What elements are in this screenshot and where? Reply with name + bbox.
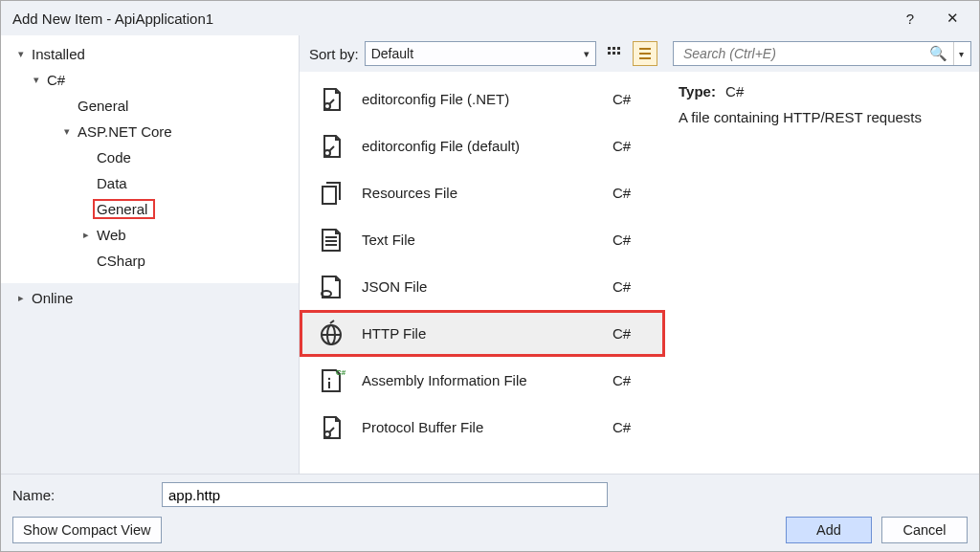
template-item-lang: C#: [612, 419, 651, 435]
add-button[interactable]: Add: [786, 517, 872, 543]
sidebar: Installed C# General ASP.NET Core Code: [1, 35, 300, 474]
template-item-name: editorconfig File (.NET): [362, 91, 612, 107]
search-dropdown[interactable]: ▾: [953, 42, 969, 65]
svg-rect-4: [612, 52, 615, 55]
template-item-lang: C#: [612, 278, 651, 295]
view-grid-button[interactable]: [602, 41, 627, 66]
template-item[interactable]: Resources FileC#: [300, 169, 665, 216]
bottom-panel: Name: Show Compact View Add Cancel: [1, 474, 979, 551]
sort-by-dropdown[interactable]: Default: [365, 41, 596, 66]
close-button[interactable]: ✕: [931, 5, 973, 32]
tree-installed[interactable]: Installed: [1, 41, 299, 67]
tree-general-aspnet[interactable]: General: [1, 196, 299, 222]
tree-csharp-sub[interactable]: CSharp: [1, 248, 299, 274]
tree-code[interactable]: Code: [1, 144, 299, 170]
template-item[interactable]: Text FileC#: [300, 216, 665, 263]
titlebar: Add New Item - ApiApplication1 ? ✕: [1, 1, 979, 35]
svg-rect-0: [608, 47, 611, 50]
sort-by-label: Sort by:: [309, 46, 359, 62]
template-item-name: JSON File: [362, 278, 612, 295]
name-label: Name:: [12, 487, 162, 503]
template-item-lang: C#: [612, 91, 651, 107]
globe-icon: [314, 317, 348, 351]
textlines-icon: [314, 223, 348, 257]
view-list-button[interactable]: [633, 41, 657, 66]
main-content: Installed C# General ASP.NET Core Code: [1, 35, 979, 474]
template-list: editorconfig File (.NET)C#editorconfig F…: [300, 72, 665, 474]
cancel-button[interactable]: Cancel: [881, 517, 968, 543]
chevron-down-icon: [60, 125, 74, 138]
details-type-value: C#: [725, 83, 744, 99]
wrench-doc-icon: [314, 129, 348, 164]
tree-general[interactable]: General: [1, 93, 299, 119]
json-icon: [314, 270, 348, 304]
tree-data[interactable]: Data: [1, 170, 299, 196]
chevron-down-icon: [14, 48, 28, 60]
tree-csharp[interactable]: C#: [1, 67, 299, 93]
svg-rect-1: [612, 47, 615, 50]
tree-web[interactable]: Web: [1, 222, 299, 248]
sort-toolbar: Sort by: Default: [300, 35, 665, 72]
name-input[interactable]: [162, 482, 608, 507]
search-box[interactable]: 🔍 ▾: [673, 41, 971, 66]
template-item-name: Assembly Information File: [362, 372, 612, 388]
template-details: Type: C# A file containing HTTP/REST req…: [665, 72, 979, 146]
svg-rect-2: [617, 47, 620, 50]
search-icon[interactable]: 🔍: [925, 45, 951, 62]
svg-rect-3: [608, 52, 611, 55]
template-item-name: editorconfig File (default): [362, 138, 612, 154]
template-item[interactable]: editorconfig File (.NET)C#: [300, 76, 665, 122]
svg-rect-5: [617, 52, 620, 55]
chevron-right-icon: [79, 229, 93, 241]
template-item-lang: C#: [612, 372, 651, 388]
docs-icon: [314, 176, 348, 210]
details-description: A file containing HTTP/REST requests: [679, 109, 966, 125]
template-item-name: HTTP File: [362, 325, 612, 342]
template-item[interactable]: Protocol Buffer FileC#: [300, 404, 665, 451]
category-tree: Installed C# General ASP.NET Core Code: [1, 35, 299, 283]
template-item-name: Protocol Buffer File: [362, 419, 612, 435]
svg-point-19: [328, 377, 330, 379]
template-item-lang: C#: [612, 185, 651, 201]
search-input[interactable]: [681, 45, 925, 62]
wrench-doc-icon: [314, 410, 348, 445]
template-item-name: Text File: [362, 232, 612, 248]
list-icon: [637, 46, 653, 61]
grid-icon: [607, 46, 622, 61]
template-item-lang: C#: [612, 232, 651, 248]
template-item-name: Resources File: [362, 185, 612, 201]
details-panel: 🔍 ▾ Type: C# A file containing HTTP/REST…: [665, 35, 979, 474]
info-cs-icon: C#: [314, 364, 348, 398]
template-item[interactable]: editorconfig File (default)C#: [300, 122, 665, 169]
template-item[interactable]: HTTP FileC#: [300, 310, 665, 357]
help-button[interactable]: ?: [889, 5, 931, 32]
dialog-window: Add New Item - ApiApplication1 ? ✕ Insta…: [0, 0, 980, 552]
template-item-lang: C#: [612, 138, 651, 154]
name-row: Name:: [12, 482, 968, 507]
template-item[interactable]: C#Assembly Information FileC#: [300, 357, 665, 404]
tree-online[interactable]: Online: [1, 283, 299, 313]
button-row: Show Compact View Add Cancel: [12, 517, 968, 543]
wrench-doc-icon: [314, 82, 348, 117]
chevron-right-icon: [14, 292, 28, 304]
template-item-lang: C#: [612, 325, 651, 342]
tree-aspnet[interactable]: ASP.NET Core: [1, 119, 299, 144]
svg-text:C#: C#: [336, 368, 345, 377]
titlebar-title: Add New Item - ApiApplication1: [12, 11, 213, 27]
search-toolbar: 🔍 ▾: [665, 35, 979, 72]
chevron-down-icon: [30, 74, 43, 86]
details-type-label: Type:: [679, 83, 716, 99]
template-item[interactable]: JSON FileC#: [300, 263, 665, 310]
template-panel: Sort by: Default editorconfig File (.NET…: [300, 35, 665, 474]
compact-view-button[interactable]: Show Compact View: [12, 517, 162, 543]
details-type-row: Type: C#: [679, 83, 966, 99]
